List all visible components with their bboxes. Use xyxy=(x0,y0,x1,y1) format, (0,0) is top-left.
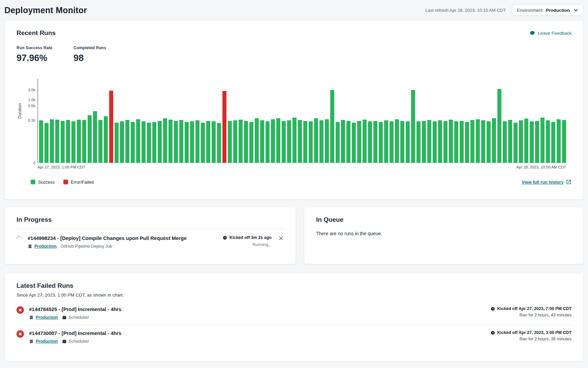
chart-bar-success[interactable] xyxy=(44,123,49,163)
leave-feedback-link[interactable]: Leave Feedback xyxy=(530,30,571,36)
chart-bar-success[interactable] xyxy=(524,119,528,163)
chart-bar-success[interactable] xyxy=(98,120,102,163)
chart-bar-success[interactable] xyxy=(292,118,297,163)
chart-bar-success[interactable] xyxy=(465,122,469,163)
close-icon[interactable] xyxy=(278,236,284,241)
chart-bar-success[interactable] xyxy=(411,90,415,163)
chart-bar-success[interactable] xyxy=(443,121,447,163)
chart-bar-success[interactable] xyxy=(266,121,270,163)
chart-bar-success[interactable] xyxy=(115,123,119,163)
chart-bar-success[interactable] xyxy=(336,122,340,163)
chart-bar-success[interactable] xyxy=(416,121,421,163)
chart-bar-success[interactable] xyxy=(282,121,286,163)
chart-bar-success[interactable] xyxy=(503,121,507,163)
chart-bar-success[interactable] xyxy=(271,119,275,163)
chart-bar-success[interactable] xyxy=(373,121,377,163)
chart-bar-success[interactable] xyxy=(325,119,329,163)
chart-bar-success[interactable] xyxy=(298,120,302,163)
chart-bar-success[interactable] xyxy=(422,121,426,163)
chart-bar-success[interactable] xyxy=(136,119,140,163)
chart-bar-failed[interactable] xyxy=(222,91,226,163)
chart-bar-success[interactable] xyxy=(255,118,259,163)
chart-bar-success[interactable] xyxy=(93,111,97,163)
chart-bar-success[interactable] xyxy=(470,120,474,163)
chart-bar-success[interactable] xyxy=(476,119,480,163)
chart-bar-success[interactable] xyxy=(314,118,318,163)
chart-bar-success[interactable] xyxy=(249,122,253,163)
chart-bar-success[interactable] xyxy=(239,120,243,163)
chart-bar-success[interactable] xyxy=(551,122,555,163)
chart-bar-success[interactable] xyxy=(120,121,124,163)
chart-bar-success[interactable] xyxy=(190,121,194,163)
environment-dropdown[interactable]: Environment Production xyxy=(512,4,584,16)
chart-bar-success[interactable] xyxy=(201,123,205,163)
chart-bar-success[interactable] xyxy=(460,121,464,163)
chart-bar-success[interactable] xyxy=(492,118,496,163)
chart-bar-success[interactable] xyxy=(131,122,135,163)
chart-bar-success[interactable] xyxy=(179,120,183,163)
chart-bar-success[interactable] xyxy=(481,120,485,163)
production-link[interactable]: Production xyxy=(36,339,58,344)
chart-bar-success[interactable] xyxy=(406,121,410,163)
chart-bar-success[interactable] xyxy=(104,116,108,163)
chart-bar-success[interactable] xyxy=(309,121,313,163)
chart-bar-success[interactable] xyxy=(244,121,248,163)
chart-bar-success[interactable] xyxy=(212,121,216,163)
chart-bar-success[interactable] xyxy=(535,121,539,163)
chart-bar-success[interactable] xyxy=(39,120,43,163)
chart-bar-success[interactable] xyxy=(438,120,442,163)
chart-bar-success[interactable] xyxy=(276,118,280,163)
chart-bar-success[interactable] xyxy=(142,121,146,163)
chart-bar-success[interactable] xyxy=(88,115,92,163)
chart-bar-success[interactable] xyxy=(287,120,291,163)
chart-bar-success[interactable] xyxy=(233,120,237,163)
chart-bar-success[interactable] xyxy=(433,121,437,163)
chart-bar-success[interactable] xyxy=(260,120,264,163)
chart-bar-success[interactable] xyxy=(50,119,54,163)
chart-bar-success[interactable] xyxy=(82,120,86,163)
chart-bar-success[interactable] xyxy=(303,121,307,163)
chart-bar-success[interactable] xyxy=(454,121,458,163)
chart-bar-success[interactable] xyxy=(368,121,372,163)
chart-bar-success[interactable] xyxy=(357,121,361,163)
chart-bar-success[interactable] xyxy=(228,121,232,163)
chart-bar-success[interactable] xyxy=(217,123,221,163)
chart-bar-success[interactable] xyxy=(152,122,156,163)
chart-bar-success[interactable] xyxy=(206,121,210,163)
chart-bar-success[interactable] xyxy=(497,89,501,163)
chart-bar-success[interactable] xyxy=(168,120,173,163)
production-link[interactable]: Production xyxy=(36,315,58,320)
view-full-run-history-link[interactable]: View full run history xyxy=(522,179,571,185)
chart-bar-success[interactable] xyxy=(66,120,70,163)
chart-bar-success[interactable] xyxy=(395,119,399,163)
production-link[interactable]: Production xyxy=(34,244,57,249)
chart-bar-success[interactable] xyxy=(530,121,534,163)
chart-bar-success[interactable] xyxy=(163,118,167,163)
chart-bar-success[interactable] xyxy=(195,120,199,163)
chart-bar-success[interactable] xyxy=(125,120,129,163)
chart-bar-success[interactable] xyxy=(185,122,189,163)
chart-bar-success[interactable] xyxy=(77,120,81,163)
chart-bar-failed[interactable] xyxy=(109,91,113,163)
chart-bar-success[interactable] xyxy=(400,121,404,163)
chart-bar-success[interactable] xyxy=(514,123,518,163)
chart-bar-success[interactable] xyxy=(384,120,388,163)
chart-bar-success[interactable] xyxy=(546,120,550,163)
chart-bar-success[interactable] xyxy=(174,121,178,163)
chart-bar-success[interactable] xyxy=(147,123,151,163)
chart-bar-success[interactable] xyxy=(341,120,345,163)
chart-bar-success[interactable] xyxy=(158,121,162,163)
chart-bar-success[interactable] xyxy=(379,122,383,163)
chart-bar-success[interactable] xyxy=(71,121,75,163)
chart-bar-success[interactable] xyxy=(352,123,356,163)
chart-bar-success[interactable] xyxy=(363,120,367,163)
chart-bar-success[interactable] xyxy=(319,120,323,163)
chart-bar-success[interactable] xyxy=(330,90,334,163)
chart-bar-success[interactable] xyxy=(487,121,491,163)
chart-bar-success[interactable] xyxy=(346,121,350,163)
chart-bar-success[interactable] xyxy=(427,120,431,163)
chart-bar-success[interactable] xyxy=(449,120,453,163)
chart-bar-success[interactable] xyxy=(519,120,523,163)
chart-bar-success[interactable] xyxy=(390,121,394,163)
chart-bar-success[interactable] xyxy=(557,119,561,163)
